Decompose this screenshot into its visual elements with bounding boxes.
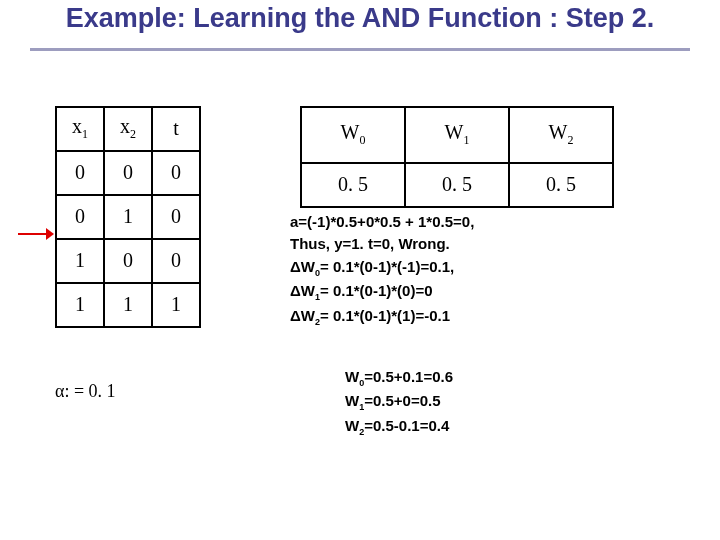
calc-line: Thus, y=1. t=0, Wrong. <box>290 233 690 256</box>
current-row-arrow-icon <box>18 225 54 243</box>
weight-header-w1: W1 <box>405 107 509 163</box>
alpha-line: α: = 0. 1 <box>55 381 116 402</box>
truth-header-t: t <box>152 107 200 151</box>
update-line: W1=0.5+0=0.5 <box>345 390 453 415</box>
calc-line: ΔW0= 0.1*(0-1)*(-1)=0.1, <box>290 256 690 281</box>
slide-content: x1 x2 t 0 0 0 0 1 0 1 0 0 1 1 1 <box>0 51 720 471</box>
weight-table: W0 W1 W2 0. 5 0. 5 0. 5 <box>300 106 614 208</box>
truth-table-header: x1 x2 t <box>56 107 200 151</box>
table-row: 0 1 0 <box>56 195 200 239</box>
table-row: 1 1 1 <box>56 283 200 327</box>
svg-marker-1 <box>46 228 54 240</box>
truth-table: x1 x2 t 0 0 0 0 1 0 1 0 0 1 1 1 <box>55 106 201 328</box>
calc-line: a=(-1)*0.5+0*0.5 + 1*0.5=0, <box>290 211 690 234</box>
table-row: 0. 5 0. 5 0. 5 <box>301 163 613 207</box>
truth-header-x1: x1 <box>56 107 104 151</box>
slide-title: Example: Learning the AND Function : Ste… <box>0 0 720 44</box>
weight-header-w2: W2 <box>509 107 613 163</box>
table-row: 0 0 0 <box>56 151 200 195</box>
truth-header-x2: x2 <box>104 107 152 151</box>
computation-block: a=(-1)*0.5+0*0.5 + 1*0.5=0, Thus, y=1. t… <box>290 211 690 330</box>
update-line: W2=0.5-0.1=0.4 <box>345 415 453 440</box>
weight-header-w0: W0 <box>301 107 405 163</box>
slide: Example: Learning the AND Function : Ste… <box>0 0 720 540</box>
update-line: W0=0.5+0.1=0.6 <box>345 366 453 391</box>
calc-line: ΔW1= 0.1*(0-1)*(0)=0 <box>290 280 690 305</box>
weight-updates-block: W0=0.5+0.1=0.6 W1=0.5+0=0.5 W2=0.5-0.1=0… <box>345 366 453 440</box>
calc-line: ΔW2= 0.1*(0-1)*(1)=-0.1 <box>290 305 690 330</box>
weight-table-header: W0 W1 W2 <box>301 107 613 163</box>
table-row: 1 0 0 <box>56 239 200 283</box>
